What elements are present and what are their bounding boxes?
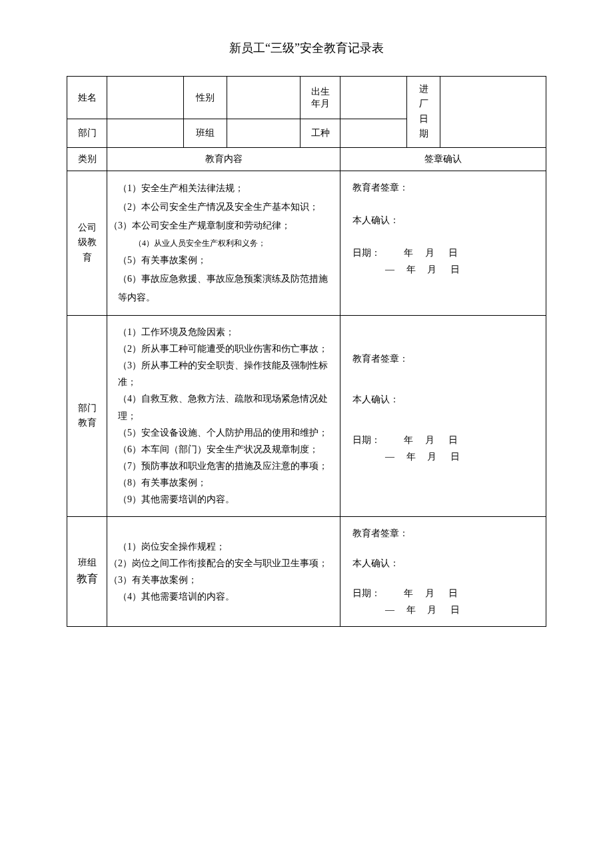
educator-sign[interactable]: 教育者签章： bbox=[352, 350, 540, 367]
field-entry-date[interactable] bbox=[440, 77, 546, 148]
record-table: 姓名 性别 出生 年月 进 厂 日 期 部门 班组 工种 类别 教育内容 签章确… bbox=[67, 76, 546, 627]
date-line[interactable]: 日期： 年 月 日 bbox=[352, 244, 540, 261]
date-line2[interactable]: — 年 月 日 bbox=[352, 448, 540, 465]
field-birth[interactable] bbox=[340, 77, 407, 119]
label-dept: 部门 bbox=[67, 119, 107, 147]
educator-sign[interactable]: 教育者签章： bbox=[352, 179, 540, 196]
self-confirm[interactable]: 本人确认： bbox=[352, 391, 540, 408]
educator-sign[interactable]: 教育者签章： bbox=[352, 525, 540, 542]
field-dept[interactable] bbox=[107, 119, 184, 147]
label-gender: 性别 bbox=[184, 77, 227, 119]
label-category: 类别 bbox=[67, 147, 107, 171]
label-entry-date: 进 厂 日 期 bbox=[407, 77, 440, 148]
level-company-content: （1）安全生产相关法律法规； （2）本公司安全生产情况及安全生产基本知识； （3… bbox=[107, 171, 340, 315]
level-company-label: 公司 级教 育 bbox=[67, 171, 107, 315]
date-line2[interactable]: — 年 月 日 bbox=[352, 602, 540, 618]
label-jobtype: 工种 bbox=[301, 119, 340, 147]
label-team: 班组 bbox=[184, 119, 227, 147]
label-content: 教育内容 bbox=[107, 147, 340, 171]
label-sign: 签章确认 bbox=[340, 147, 546, 171]
level-dept-sign[interactable]: 教育者签章： 本人确认： 日期： 年 月 日 — 年 月 日 bbox=[340, 315, 546, 516]
field-team[interactable] bbox=[227, 119, 301, 147]
level-team-content: （1）岗位安全操作规程； （2）岗位之间工作衔接配合的安全与职业卫生事项； （3… bbox=[107, 516, 340, 627]
date-line[interactable]: 日期： 年 月 日 bbox=[352, 585, 540, 602]
label-name: 姓名 bbox=[67, 77, 107, 119]
field-gender[interactable] bbox=[227, 77, 301, 119]
self-confirm[interactable]: 本人确认： bbox=[352, 555, 540, 572]
level-dept-content: （1）工作环境及危险因素； （2）所从事工种可能遭受的职业伤害和伤亡事故； （3… bbox=[107, 315, 340, 516]
field-name[interactable] bbox=[107, 77, 184, 119]
level-dept-label: 部门 教育 bbox=[67, 315, 107, 516]
self-confirm[interactable]: 本人确认： bbox=[352, 212, 540, 228]
level-team-sign[interactable]: 教育者签章： 本人确认： 日期： 年 月 日 — 年 月 日 bbox=[340, 516, 546, 627]
level-team-label: 班组 教育 bbox=[67, 516, 107, 627]
page-title: 新员工“三级”安全教育记录表 bbox=[67, 40, 546, 56]
label-birth: 出生 年月 bbox=[301, 77, 340, 119]
level-company-sign[interactable]: 教育者签章： 本人确认： 日期： 年 月 日 — 年 月 日 bbox=[340, 171, 546, 315]
date-line[interactable]: 日期： 年 月 日 bbox=[352, 432, 540, 448]
date-line2[interactable]: — 年 月 日 bbox=[352, 261, 540, 278]
field-jobtype[interactable] bbox=[340, 119, 407, 147]
